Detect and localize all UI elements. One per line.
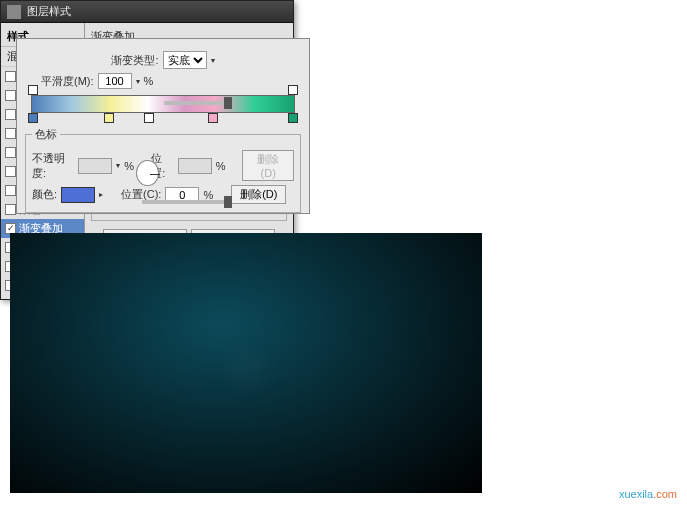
- stepper-icon: ▾: [116, 161, 120, 170]
- slider-thumb-icon[interactable]: [224, 196, 232, 208]
- preview-text: ifeiwu: [242, 362, 250, 374]
- style-checkbox[interactable]: [5, 204, 16, 215]
- window-title: 图层样式: [27, 4, 71, 19]
- color-stop[interactable]: [28, 113, 38, 123]
- opacity-stop[interactable]: [28, 85, 38, 95]
- gradient-editor-panel: 渐变类型: 实底 ▾ 平滑度(M): ▾ % 色标 不透明度: ▾ % 位置: …: [16, 38, 310, 214]
- color-stop[interactable]: [144, 113, 154, 123]
- style-checkbox[interactable]: [5, 166, 16, 177]
- watermark-b: .com: [653, 488, 677, 500]
- style-checkbox[interactable]: [5, 185, 16, 196]
- style-checkbox[interactable]: [5, 71, 16, 82]
- dropdown-icon: ▾: [211, 56, 215, 65]
- percent-label: %: [216, 160, 226, 172]
- stops-legend: 色标: [32, 127, 60, 142]
- titlebar[interactable]: 图层样式: [1, 1, 293, 23]
- style-checkbox[interactable]: [5, 128, 16, 139]
- color-swatch[interactable]: [61, 187, 95, 203]
- watermark: xuexila.com: [619, 480, 677, 503]
- smoothness-label: 平滑度(M):: [41, 74, 94, 89]
- scale-slider[interactable]: [142, 200, 228, 204]
- opacity-slider[interactable]: [164, 101, 228, 105]
- color-stop[interactable]: [208, 113, 218, 123]
- stepper-icon[interactable]: ▾: [136, 77, 140, 86]
- slider-thumb-icon[interactable]: [224, 97, 232, 109]
- percent-label: %: [144, 75, 154, 87]
- effect-preview: ifeiwu: [10, 233, 482, 493]
- style-checkbox[interactable]: [5, 90, 16, 101]
- smoothness-input[interactable]: [98, 73, 132, 89]
- opacity-stop[interactable]: [288, 85, 298, 95]
- delete-stop-button[interactable]: 删除(D): [231, 185, 286, 204]
- color-stop[interactable]: [104, 113, 114, 123]
- style-checkbox[interactable]: [5, 109, 16, 120]
- stop-opacity-input: [78, 158, 112, 174]
- gradient-type-select[interactable]: 实底: [163, 51, 207, 69]
- percent-label: %: [203, 189, 213, 201]
- window-icon: [7, 5, 21, 19]
- percent-label: %: [124, 160, 134, 172]
- style-checkbox[interactable]: [5, 147, 16, 158]
- gradient-type-label: 渐变类型:: [111, 53, 158, 68]
- color-stop[interactable]: [288, 113, 298, 123]
- stop-color-label: 颜色:: [32, 187, 57, 202]
- delete-stop-button: 删除(D): [242, 150, 294, 181]
- watermark-a: xuexila: [619, 488, 653, 500]
- stop-position-input: [178, 158, 212, 174]
- stop-opacity-label: 不透明度:: [32, 151, 74, 181]
- dropdown-icon[interactable]: ▸: [99, 190, 103, 199]
- angle-dial[interactable]: [136, 160, 158, 186]
